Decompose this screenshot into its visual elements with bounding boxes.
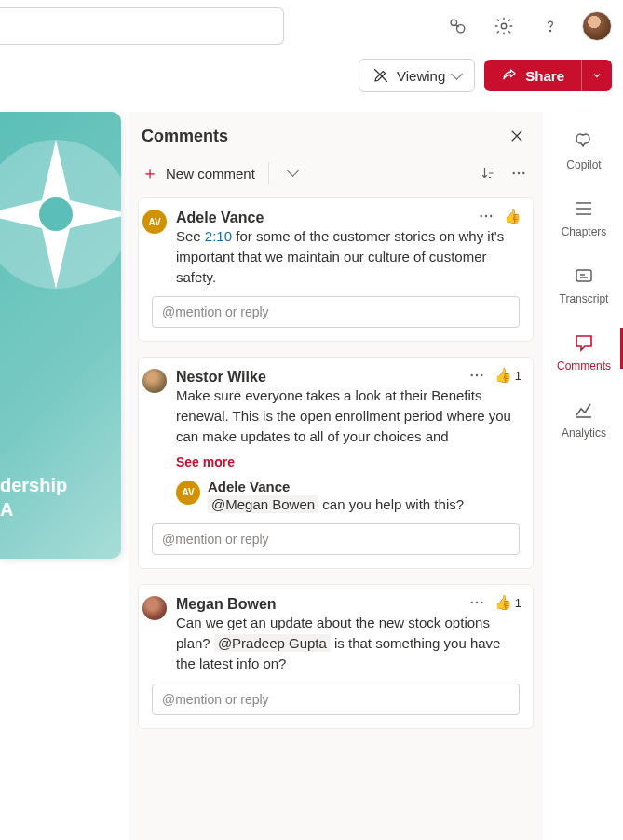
action-bar: Viewing Share — [0, 52, 623, 99]
transcript-icon — [573, 264, 595, 287]
svg-point-12 — [470, 374, 472, 376]
header-icons — [442, 11, 612, 41]
comment-card: 👍 1 Nestor Wilke Make sure everyone take… — [138, 357, 534, 569]
comments-icon — [573, 332, 595, 354]
pencil-slash-icon — [372, 67, 389, 84]
svg-point-8 — [522, 172, 524, 174]
document-preview-slice: dership A — [0, 112, 121, 559]
svg-point-3 — [549, 30, 550, 31]
new-comment-button[interactable]: ＋ New comment — [142, 162, 255, 184]
rail-item-copilot[interactable]: Copilot — [545, 130, 623, 171]
help-icon[interactable] — [535, 11, 565, 41]
share-button-group: Share — [484, 60, 612, 91]
comments-toolbar: ＋ New comment — [129, 155, 543, 197]
svg-point-15 — [470, 602, 472, 603]
rail-label: Transcript — [560, 292, 609, 305]
comment-card: 👍 AV Adele Vance See 2:10 for some of th… — [138, 197, 534, 342]
settings-gear-icon[interactable] — [489, 11, 519, 41]
plus-icon: ＋ — [142, 162, 158, 184]
copilot-icon — [573, 130, 595, 153]
svg-point-10 — [485, 215, 487, 217]
comment-actions: 👍 1 — [468, 594, 521, 611]
comment-menu-button[interactable] — [468, 594, 485, 611]
svg-point-5 — [39, 197, 73, 231]
svg-point-17 — [481, 602, 482, 603]
comment-menu-button[interactable] — [468, 367, 485, 384]
svg-point-9 — [481, 215, 482, 217]
svg-point-2 — [501, 23, 507, 29]
rail-label: Analytics — [562, 427, 606, 440]
like-count: 1 — [515, 596, 521, 610]
rail-item-comments[interactable]: Comments — [545, 332, 623, 373]
reply-input[interactable]: @mention or reply — [152, 296, 520, 328]
ellipsis-icon — [478, 208, 494, 224]
user-mention[interactable]: @Pradeep Gupta — [214, 634, 331, 652]
comments-panel: Comments ＋ New comment — [129, 112, 543, 840]
close-panel-button[interactable] — [506, 125, 528, 147]
user-mention[interactable]: @Megan Bowen — [208, 495, 318, 513]
share-button[interactable]: Share — [484, 60, 581, 91]
comment-reply: AV Adele Vance @Megan Bowen can you help… — [176, 479, 520, 515]
new-comment-label: New comment — [166, 166, 255, 182]
like-button[interactable]: 👍 1 — [494, 594, 521, 611]
share-arrow-icon — [501, 67, 518, 84]
share-dropdown-button[interactable] — [581, 60, 612, 91]
reply-input[interactable]: @mention or reply — [152, 523, 520, 555]
chevron-down-icon — [289, 166, 297, 181]
rail-item-chapters[interactable]: Chapters — [545, 197, 623, 238]
ellipsis-icon — [510, 165, 527, 182]
comment-card: 👍 1 Megan Bowen Can we get an update abo… — [138, 584, 534, 728]
chevron-down-icon — [453, 68, 461, 84]
ellipsis-icon — [468, 367, 485, 384]
comment-menu-button[interactable] — [478, 208, 494, 224]
viewing-label: Viewing — [397, 68, 445, 84]
user-avatar[interactable] — [582, 11, 612, 41]
thumbs-up-icon: 👍 — [504, 208, 521, 224]
sort-button[interactable] — [478, 162, 500, 184]
svg-point-7 — [518, 172, 520, 174]
author-avatar — [142, 369, 167, 393]
share-label: Share — [525, 68, 564, 84]
rail-item-analytics[interactable]: Analytics — [545, 399, 623, 440]
reply-body: @Megan Bowen can you help with this? — [208, 495, 520, 515]
rail-item-transcript[interactable]: Transcript — [545, 264, 623, 305]
close-icon — [508, 128, 525, 144]
rail-label: Comments — [557, 359, 611, 373]
title-bar — [0, 0, 623, 52]
svg-rect-18 — [576, 270, 591, 281]
author-avatar — [142, 596, 167, 620]
svg-point-11 — [490, 215, 492, 217]
comment-filter-dropdown[interactable] — [282, 162, 305, 184]
reply-author: Adele Vance — [208, 479, 520, 495]
document-title-fragment: dership A — [0, 473, 67, 522]
side-rail: Copilot Chapters Transcript Comments Ana… — [545, 112, 623, 440]
svg-point-14 — [481, 374, 482, 376]
svg-point-6 — [513, 172, 515, 174]
comment-author: Adele Vance — [176, 210, 520, 226]
divider — [268, 162, 269, 184]
sort-icon — [481, 165, 497, 182]
see-more-button[interactable]: See more — [176, 454, 520, 469]
more-options-button[interactable] — [508, 162, 530, 184]
search-input[interactable] — [0, 7, 284, 45]
like-button[interactable]: 👍 1 — [494, 367, 521, 384]
like-button[interactable]: 👍 — [504, 208, 521, 224]
comments-title: Comments — [142, 127, 228, 146]
reply-input[interactable]: @mention or reply — [152, 684, 520, 715]
analytics-icon — [573, 399, 595, 421]
comment-actions: 👍 — [478, 208, 521, 224]
whats-new-icon[interactable] — [442, 11, 472, 41]
author-avatar: AV — [142, 210, 167, 234]
reply-author-avatar: AV — [176, 481, 200, 505]
thumbs-up-icon: 👍 — [494, 367, 512, 384]
comments-scroll[interactable]: 👍 AV Adele Vance See 2:10 for some of th… — [129, 197, 543, 840]
thumbs-up-icon: 👍 — [494, 594, 512, 611]
viewing-mode-button[interactable]: Viewing — [359, 59, 475, 92]
ellipsis-icon — [468, 594, 485, 611]
chevron-down-icon — [591, 70, 603, 81]
svg-point-13 — [476, 374, 478, 376]
video-timestamp-link[interactable]: 2:10 — [205, 228, 232, 244]
comment-actions: 👍 1 — [468, 367, 521, 384]
svg-point-16 — [476, 602, 478, 603]
comment-body: See 2:10 for some of the customer storie… — [176, 226, 520, 287]
